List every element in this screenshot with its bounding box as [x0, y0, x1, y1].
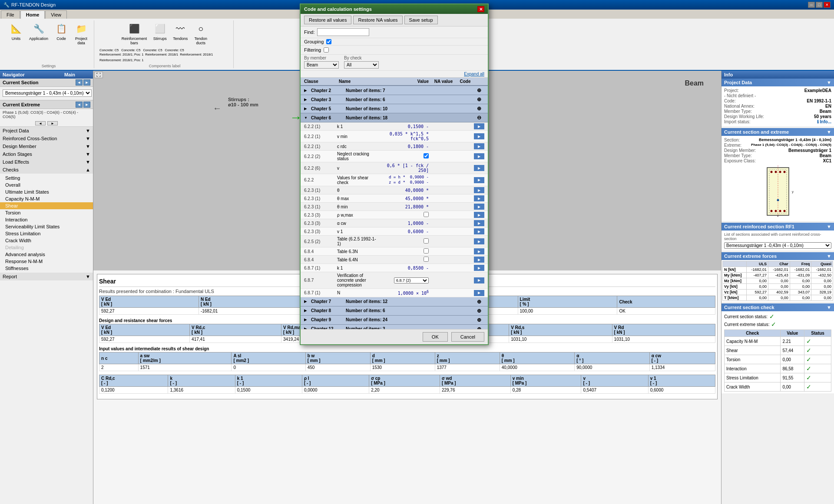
filter-member-label: By member	[304, 56, 339, 60]
param-btn-neglect[interactable]: ▶	[474, 153, 484, 159]
param-name-shear-vals: Values for shear check	[337, 175, 378, 185]
chapter-2-label: Chapter 2	[311, 88, 346, 93]
chapter-5-label: Chapter 5	[311, 106, 346, 111]
ok-button[interactable]: OK	[423, 332, 448, 342]
modal-find-input[interactable]	[317, 28, 369, 36]
restore-all-button[interactable]: Restore all values	[304, 16, 351, 24]
param-clause-623-1-tmax: 6.2.3 (1)	[304, 196, 337, 201]
grouping-checkbox[interactable]	[326, 39, 331, 44]
chapter-12-row[interactable]: ▶ Chapter 12 Number of items: 3 ⊕	[301, 325, 488, 329]
param-clause-623-3-rhowmax: 6.2.3 (3)	[304, 213, 337, 217]
param-btn-crdc[interactable]: ▶	[474, 143, 484, 149]
param-name-verif: Verification of concrete under compressi…	[337, 273, 378, 287]
modal-title: Code and calculation settings	[304, 7, 372, 12]
chapter-6-row[interactable]: ▼ Chapter 6 Number of items: 18 ⊖	[301, 113, 488, 122]
header-btn	[474, 79, 484, 84]
filtering-checkbox[interactable]	[324, 47, 329, 53]
param-btn-theta[interactable]: ▶	[474, 187, 484, 193]
modal-overlay: Code and calculation settings ✕ Restore …	[0, 0, 834, 504]
param-name-v1: v 1	[337, 229, 378, 234]
param-btn-alphacw[interactable]: ▶	[474, 220, 484, 226]
param-clause-623-1-tmin: 6.2.3 (1)	[304, 204, 337, 209]
chapter-6-label: Chapter 6	[311, 115, 346, 120]
chapter-6-expand[interactable]: ⊖	[474, 115, 484, 121]
chapter-5-expand[interactable]: ⊕	[474, 105, 484, 112]
param-btn-687k1[interactable]: ▶	[474, 265, 484, 271]
chapter-7-expand[interactable]: ⊕	[474, 299, 484, 305]
header-name: Name	[339, 79, 378, 84]
restore-na-button[interactable]: Restore NA values	[353, 16, 402, 24]
modal-filter-row: Filtering	[301, 46, 488, 55]
param-clause-684-63n: 6.8.4	[304, 249, 337, 254]
verif-select[interactable]: 6.8.7 (2)	[394, 277, 429, 283]
table63n-checkbox[interactable]	[424, 248, 429, 254]
cancel-button[interactable]: Cancel	[451, 332, 484, 342]
param-btn-thetamax[interactable]: ▶	[474, 195, 484, 201]
table625-checkbox[interactable]	[424, 238, 429, 244]
modal-toolbar: Restore all values Restore NA values Sav…	[301, 14, 488, 26]
param-btn-687n[interactable]: ▶	[474, 290, 484, 296]
param-name-theta: θ	[337, 188, 378, 193]
param-row-684-64n: 6.8.4 Table 6.4N ▶	[301, 256, 488, 264]
param-btn-63n[interactable]: ▶	[474, 248, 484, 254]
filter-check-select[interactable]: All Shear	[344, 61, 379, 69]
param-clause-622-shear: 6.2.2	[304, 178, 337, 182]
chapter-9-row[interactable]: ▶ Chapter 9 Number of items: 24 ⊕	[301, 316, 488, 325]
param-row-622-1-crdc: 6.2.2 (1) c rdc 0,1800 - ▶	[301, 142, 488, 151]
param-name-table625: Table (6.2.5 1992-1-1)	[337, 237, 378, 246]
chapter-2-expand[interactable]: ⊕	[474, 87, 484, 93]
chapter-2-row[interactable]: ▶ Chapter 2 Number of items: 7 ⊕	[301, 86, 488, 95]
chapter-8-row[interactable]: ▶ Chapter 8 Number of items: 6 ⊕	[301, 306, 488, 316]
chapter-9-count: Number of items: 24	[346, 317, 474, 322]
expand-all-link[interactable]: Expand all	[464, 72, 484, 76]
param-value-vmin: 0,035 * k^1,5 * fck^0,5	[378, 132, 430, 141]
param-btn-v[interactable]: ▶	[474, 165, 484, 171]
chapter-6-count: Number of items: 18	[346, 115, 474, 120]
param-value-v: 0,6 * [1 - fck / 250]	[378, 163, 430, 173]
chapter-5-row[interactable]: ▶ Chapter 5 Number of items: 10 ⊕	[301, 104, 488, 113]
param-value-v1: 0,6000 -	[378, 229, 430, 234]
param-row-622-1-k1: 6.2.2 (1) k 1 0,1500 - ▶	[301, 122, 488, 131]
chapter-5-chevron: ▶	[304, 107, 309, 111]
save-setup-button[interactable]: Save setup	[404, 16, 438, 24]
param-btn-k1[interactable]: ▶	[474, 123, 484, 129]
neglect-checkbox[interactable]	[424, 153, 429, 158]
param-name-v: v	[337, 166, 378, 171]
param-btn-table625[interactable]: ▶	[474, 238, 484, 244]
rhowmax-checkbox[interactable]	[424, 212, 429, 217]
modal-filter-section: By member Beam Column All By check All S…	[301, 55, 488, 71]
param-btn-64n[interactable]: ▶	[474, 257, 484, 263]
filter-member-select[interactable]: Beam Column All	[304, 61, 339, 69]
param-btn-thetamin[interactable]: ▶	[474, 204, 484, 210]
chapter-3-row[interactable]: ▶ Chapter 3 Number of items: 6 ⊕	[301, 95, 488, 104]
param-btn-shear[interactable]: ▶	[474, 177, 484, 183]
param-btn-verif[interactable]: ▶	[474, 277, 484, 283]
param-row-623-3-alphacw: 6.2.3 (3) α cw 1,0000 - ▶	[301, 219, 488, 227]
modal-title-bar: Code and calculation settings ✕	[301, 4, 488, 14]
modal-expand-row: Expand all	[301, 71, 488, 78]
param-value-alphacw: 1,0000 -	[378, 221, 430, 226]
param-btn-v1[interactable]: ▶	[474, 228, 484, 234]
param-clause-623-3-v1: 6.2.3 (3)	[304, 229, 337, 234]
chapter-7-row[interactable]: ▶ Chapter 7 Number of items: 12 ⊕	[301, 297, 488, 306]
param-btn-rhowmax[interactable]: ▶	[474, 212, 484, 218]
chapter-9-expand[interactable]: ⊕	[474, 317, 484, 323]
param-name-63n: Table 6.3N	[337, 249, 378, 254]
chapter-8-expand[interactable]: ⊕	[474, 308, 484, 314]
param-value-k1: 0,1500 -	[378, 124, 430, 129]
chapter-9-chevron: ▶	[304, 318, 309, 322]
chapter-12-expand[interactable]: ⊕	[474, 326, 484, 329]
filter-by-check-group: By check All Shear	[344, 56, 379, 69]
header-na: NA value	[430, 79, 457, 84]
filtering-label: Filtering	[304, 47, 321, 53]
chapter-8-chevron: ▶	[304, 309, 309, 313]
filter-by-member-group: By member Beam Column All	[304, 56, 339, 69]
modal-close-button[interactable]: ✕	[477, 6, 484, 12]
table64n-checkbox[interactable]	[424, 257, 429, 262]
chapter-7-chevron: ▶	[304, 300, 309, 303]
chapter-12-chevron: ▶	[304, 327, 309, 329]
param-btn-vmin[interactable]: ▶	[474, 133, 484, 139]
param-clause-622-1-vmin: 6.2.2 (1)	[304, 134, 337, 139]
chapter-3-expand[interactable]: ⊕	[474, 96, 484, 102]
param-row-622-6-v: 6.2.2 (6) v 0,6 * [1 - fck / 250] ▶	[301, 162, 488, 174]
